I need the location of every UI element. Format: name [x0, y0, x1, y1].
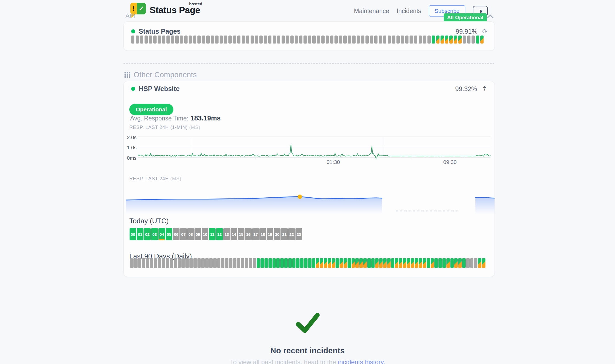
status-block-up[interactable] — [308, 258, 312, 268]
status-block-mixed[interactable] — [454, 36, 457, 44]
status-block-none[interactable] — [233, 258, 236, 268]
status-block-none[interactable] — [174, 258, 177, 268]
status-block-up[interactable] — [273, 258, 276, 268]
status-block-none[interactable] — [334, 36, 338, 44]
status-block-mixed[interactable] — [449, 36, 453, 44]
status-block-none[interactable] — [290, 36, 294, 44]
hour-block-22[interactable]: 22 — [288, 228, 295, 240]
status-block-none[interactable] — [140, 36, 143, 44]
status-block-none[interactable] — [312, 36, 316, 44]
status-block-up[interactable] — [432, 36, 435, 44]
response-time-24h-chart[interactable]: 01:3009:30 — [138, 135, 491, 166]
status-block-none[interactable] — [213, 258, 217, 268]
status-block-none[interactable] — [130, 258, 134, 268]
status-block-none[interactable] — [193, 36, 196, 44]
status-block-none[interactable] — [178, 258, 181, 268]
status-block-up[interactable] — [280, 258, 284, 268]
status-block-mixed[interactable] — [395, 258, 398, 268]
overall-status-badge[interactable]: All Operational — [444, 13, 487, 22]
status-block-up[interactable] — [434, 258, 438, 268]
status-block-mixed[interactable] — [375, 258, 379, 268]
status-block-none[interactable] — [237, 258, 240, 268]
status-block-none[interactable] — [374, 36, 377, 44]
status-block-none[interactable] — [286, 36, 289, 44]
status-block-none[interactable] — [474, 258, 477, 268]
status-block-mixed[interactable] — [359, 258, 363, 268]
status-block-none[interactable] — [383, 36, 386, 44]
hour-block-14[interactable]: 14 — [231, 228, 237, 240]
status-block-none[interactable] — [241, 258, 244, 268]
status-block-up[interactable] — [288, 258, 292, 268]
status-block-mixed[interactable] — [340, 258, 343, 268]
status-block-none[interactable] — [414, 36, 417, 44]
status-block-none[interactable] — [175, 36, 178, 44]
status-block-none[interactable] — [308, 36, 311, 44]
status-block-none[interactable] — [466, 258, 470, 268]
hour-block-06[interactable]: 06 — [173, 228, 180, 240]
status-block-none[interactable] — [326, 36, 329, 44]
status-block-none[interactable] — [171, 36, 174, 44]
status-block-none[interactable] — [209, 258, 213, 268]
response-time-avg-chart[interactable] — [126, 186, 495, 217]
status-block-none[interactable] — [170, 258, 173, 268]
status-block-none[interactable] — [361, 36, 364, 44]
status-block-none[interactable] — [237, 36, 240, 44]
status-block-mixed[interactable] — [423, 258, 426, 268]
today-hour-blocks[interactable]: 0001020304050607080910111213141516171819… — [130, 228, 302, 240]
status-block-none[interactable] — [211, 36, 214, 44]
refresh-icon[interactable]: ⟳ — [482, 28, 488, 35]
status-block-mixed[interactable] — [458, 258, 462, 268]
status-block-none[interactable] — [153, 36, 157, 44]
status-block-mixed[interactable] — [478, 258, 481, 268]
status-block-up[interactable] — [268, 258, 272, 268]
status-block-mixed[interactable] — [344, 258, 347, 268]
status-block-none[interactable] — [145, 36, 148, 44]
hour-block-07[interactable]: 07 — [180, 228, 187, 240]
status-block-mixed[interactable] — [480, 36, 484, 44]
status-block-none[interactable] — [317, 36, 320, 44]
status-block-none[interactable] — [131, 36, 134, 44]
status-block-none[interactable] — [134, 258, 138, 268]
status-block-up[interactable] — [438, 258, 442, 268]
status-block-mixed[interactable] — [454, 258, 458, 268]
brand-logo[interactable]: ! ✓ hosted Status Page — [130, 3, 200, 15]
status-block-none[interactable] — [189, 36, 192, 44]
status-block-mixed[interactable] — [431, 258, 434, 268]
status-block-mixed[interactable] — [355, 258, 359, 268]
status-block-up[interactable] — [336, 258, 339, 268]
status-block-none[interactable] — [224, 36, 227, 44]
nav-incidents[interactable]: Incidents — [397, 7, 421, 15]
hour-block-13[interactable]: 13 — [223, 228, 230, 240]
status-block-up[interactable] — [462, 258, 466, 268]
status-block-none[interactable] — [150, 258, 153, 268]
status-block-none[interactable] — [189, 258, 193, 268]
status-block-none[interactable] — [259, 36, 263, 44]
status-block-none[interactable] — [205, 258, 209, 268]
status-block-mixed[interactable] — [407, 258, 410, 268]
status-block-none[interactable] — [242, 36, 245, 44]
hour-block-12[interactable]: 12 — [216, 228, 223, 240]
status-block-none[interactable] — [392, 36, 395, 44]
status-block-none[interactable] — [251, 36, 254, 44]
status-block-none[interactable] — [282, 36, 285, 44]
status-block-up[interactable] — [312, 258, 316, 268]
status-block-mixed[interactable] — [352, 258, 355, 268]
status-block-up[interactable] — [296, 258, 299, 268]
status-block-none[interactable] — [245, 258, 248, 268]
status-block-none[interactable] — [138, 258, 142, 268]
status-block-none[interactable] — [463, 36, 466, 44]
status-block-none[interactable] — [249, 258, 252, 268]
status-block-none[interactable] — [379, 36, 382, 44]
status-block-none[interactable] — [180, 36, 183, 44]
status-block-none[interactable] — [158, 258, 161, 268]
incidents-history-link[interactable]: incidents history. — [338, 358, 385, 364]
status-block-none[interactable] — [215, 36, 218, 44]
status-block-mixed[interactable] — [441, 36, 444, 44]
status-block-none[interactable] — [166, 258, 169, 268]
status-block-up[interactable] — [276, 258, 280, 268]
status-block-none[interactable] — [299, 36, 302, 44]
hour-block-20[interactable]: 20 — [274, 228, 281, 240]
status-block-none[interactable] — [388, 36, 391, 44]
hour-block-23[interactable]: 23 — [295, 228, 302, 240]
status-block-mixed[interactable] — [445, 36, 448, 44]
